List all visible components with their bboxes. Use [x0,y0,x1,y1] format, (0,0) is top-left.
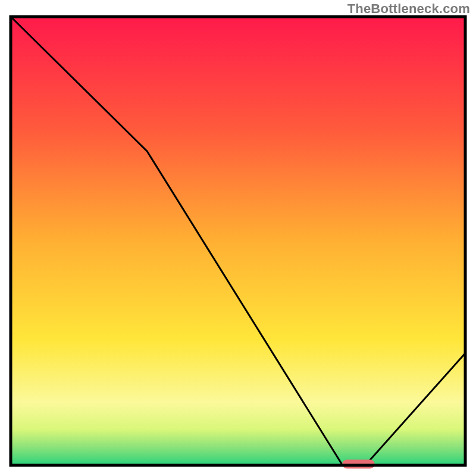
attribution-label: TheBottleneck.com [347,1,470,17]
bottleneck-chart [0,0,476,476]
chart-container: TheBottleneck.com [0,0,476,476]
